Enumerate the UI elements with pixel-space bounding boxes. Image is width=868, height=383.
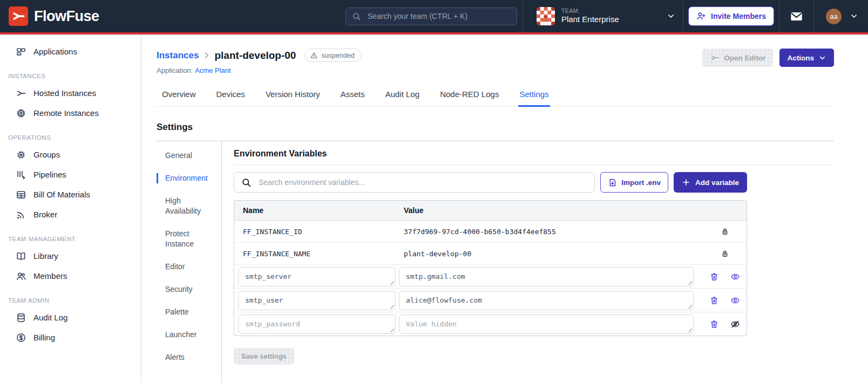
sidebar-item-members[interactable]: Members	[0, 266, 141, 286]
status-badge-label: suspended	[321, 52, 354, 59]
env-var-value-input[interactable]	[399, 291, 693, 310]
env-var-name-field	[238, 291, 396, 310]
toggle-value-visibility-button[interactable]	[730, 319, 740, 329]
sidebar-item-label: Remote Instances	[33, 108, 99, 118]
app-shell: ApplicationsINSTANCESHosted InstancesRem…	[0, 35, 868, 383]
sidebar-item-audit-log[interactable]: Audit Log	[0, 307, 141, 327]
sidebar-item-label: Applications	[33, 47, 77, 56]
tab-settings[interactable]: Settings	[518, 86, 550, 107]
env-var-row: FF_INSTANCE_NAME plant-develop-00	[234, 242, 747, 264]
env-var-name-input[interactable]	[239, 291, 395, 310]
toggle-value-visibility-button[interactable]	[730, 296, 740, 305]
team-avatar	[537, 7, 555, 25]
hosted-instances-icon	[16, 88, 26, 99]
env-var-name-input[interactable]	[239, 268, 395, 286]
main-sidebar: ApplicationsINSTANCESHosted InstancesRem…	[0, 35, 141, 383]
settings-section: Settings GeneralEnvironmentHigh Availabi…	[157, 107, 834, 383]
bill-of-materials-icon	[16, 189, 26, 200]
breadcrumb-instances-link[interactable]: Instances	[157, 50, 199, 61]
breadcrumb: Instances plant-develop-00 suspended	[157, 49, 362, 62]
sidebar-section-team-management: TEAM MANAGEMENT	[8, 236, 141, 242]
top-navigation: FlowFuse TEAM: Plant Enterprise	[0, 0, 868, 35]
delete-variable-button[interactable]	[709, 272, 719, 282]
notifications-button[interactable]	[779, 0, 813, 32]
tab-audit-log[interactable]: Audit Log	[384, 86, 421, 107]
env-var-value-input[interactable]	[399, 268, 693, 286]
env-var-value-field	[399, 291, 694, 310]
sidebar-item-label: Groups	[33, 150, 60, 159]
remote-instances-icon	[16, 108, 26, 119]
sidebar-item-library[interactable]: Library	[0, 246, 141, 266]
page-actions: Open Editor Actions	[702, 49, 834, 67]
settings-nav-launcher[interactable]: Launcher	[157, 330, 221, 340]
env-var-name-input[interactable]	[239, 315, 395, 333]
application-link[interactable]: Acme Plant	[195, 66, 230, 74]
application-label: Application:	[157, 66, 193, 74]
sidebar-item-remote-instances[interactable]: Remote Instances	[0, 103, 141, 123]
settings-nav-environment[interactable]: Environment	[157, 173, 221, 183]
user-menu[interactable]: aa	[813, 0, 868, 32]
env-var-value-input[interactable]	[399, 315, 693, 333]
env-var-row: FF_INSTANCE_ID 37f7d969-97cd-4000-b650-b…	[234, 221, 747, 242]
sidebar-item-label: Hosted Instances	[33, 88, 96, 98]
settings-nav: GeneralEnvironmentHigh AvailabilityProte…	[157, 141, 222, 383]
sidebar-item-broker[interactable]: Broker	[0, 204, 141, 224]
sidebar-item-applications[interactable]: Applications	[0, 42, 141, 61]
settings-nav-editor[interactable]: Editor	[157, 262, 221, 272]
library-icon	[16, 251, 26, 262]
application-line: Application:Acme Plant	[157, 66, 362, 74]
settings-title: Settings	[157, 122, 834, 133]
user-avatar: aa	[826, 9, 842, 24]
team-switcher[interactable]: TEAM: Plant Enterprise	[523, 0, 683, 32]
brand-home-link[interactable]: FlowFuse	[0, 6, 345, 26]
env-variables-table: Name Value FF_INSTANCE_ID 37f7d969-97cd-…	[234, 200, 747, 336]
tab-node-red-logs[interactable]: Node-RED Logs	[439, 86, 500, 107]
settings-nav-high-availability[interactable]: High Availability	[157, 196, 221, 216]
applications-icon	[16, 46, 26, 57]
tab-assets[interactable]: Assets	[340, 86, 366, 107]
actions-button[interactable]: Actions	[779, 49, 834, 67]
settings-nav-protect-instance[interactable]: Protect Instance	[157, 229, 221, 249]
sidebar-item-pipelines[interactable]: Pipelines	[0, 165, 141, 184]
sidebar-section-team-admin: TEAM ADMIN	[8, 297, 141, 304]
team-search-input[interactable]	[367, 11, 511, 21]
env-var-name-field	[238, 314, 396, 334]
table-header: Name Value	[234, 201, 747, 221]
toggle-value-visibility-button[interactable]	[730, 272, 740, 282]
tab-overview[interactable]: Overview	[161, 86, 197, 107]
tab-devices[interactable]: Devices	[215, 86, 246, 107]
team-label: TEAM:	[561, 8, 660, 15]
sidebar-item-billing[interactable]: Billing	[0, 327, 141, 347]
open-editor-button[interactable]: Open Editor	[702, 49, 773, 67]
invite-members-button[interactable]: Invite Members	[688, 6, 774, 26]
sidebar-item-bill-of-materials[interactable]: Bill Of Materials	[0, 184, 141, 204]
delete-variable-button[interactable]	[709, 296, 719, 305]
editor-branch-icon	[710, 53, 720, 63]
settings-nav-general[interactable]: General	[157, 151, 221, 161]
import-env-button[interactable]: Import .env	[600, 172, 668, 193]
groups-icon	[16, 149, 26, 160]
env-var-row	[234, 264, 747, 288]
settings-nav-alerts[interactable]: Alerts	[157, 352, 221, 363]
sidebar-item-hosted-instances[interactable]: Hosted Instances	[0, 83, 141, 103]
env-var-name: FF_INSTANCE_NAME	[243, 250, 310, 258]
import-env-label: Import .env	[621, 179, 661, 187]
chevron-down-icon	[818, 54, 826, 62]
page-header: Instances plant-develop-00 suspended	[157, 49, 834, 74]
add-variable-label: Add variable	[695, 179, 739, 187]
save-settings-button[interactable]: Save settings	[234, 348, 294, 365]
invite-section: Invite Members	[683, 0, 779, 32]
sidebar-section-operations: OPERATIONS	[8, 134, 141, 141]
add-variable-button[interactable]: Add variable	[674, 172, 747, 193]
settings-nav-security[interactable]: Security	[157, 284, 221, 295]
pipelines-icon	[16, 169, 26, 180]
open-editor-label: Open Editor	[724, 54, 765, 62]
settings-nav-palette[interactable]: Palette	[157, 307, 221, 317]
column-header-actions	[697, 201, 747, 220]
delete-variable-button[interactable]	[709, 319, 719, 329]
chevron-right-icon	[202, 51, 211, 60]
envelope-icon	[790, 10, 803, 23]
sidebar-item-groups[interactable]: Groups	[0, 145, 141, 165]
tab-version-history[interactable]: Version History	[265, 86, 321, 107]
env-search-input[interactable]	[257, 177, 587, 187]
